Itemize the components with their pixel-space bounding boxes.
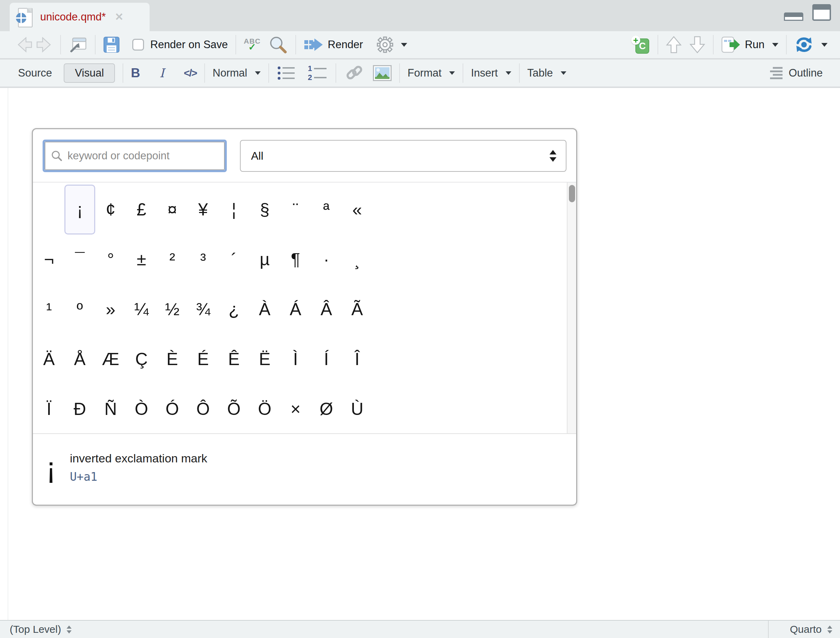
char-cell[interactable]: Ö (249, 384, 280, 434)
char-cell[interactable]: Ê (218, 334, 249, 384)
char-cell[interactable]: ¥ (188, 185, 218, 234)
char-cell[interactable]: ¸ (342, 234, 373, 284)
italic-button[interactable]: I (159, 66, 164, 80)
char-cell[interactable]: ± (126, 234, 157, 284)
char-cell[interactable]: ¯ (65, 234, 95, 284)
bullet-list-button[interactable] (277, 65, 297, 81)
maximize-pane-icon[interactable] (812, 4, 831, 21)
render-on-save-checkbox[interactable]: Render on Save (132, 38, 228, 51)
char-cell[interactable]: × (280, 384, 311, 434)
char-cell[interactable]: £ (126, 185, 157, 234)
char-cell[interactable]: º (65, 284, 95, 334)
char-cell[interactable]: · (311, 234, 342, 284)
char-cell[interactable]: Á (280, 284, 311, 334)
code-button[interactable]: </> (184, 67, 197, 79)
forward-button[interactable] (36, 37, 53, 53)
char-cell[interactable]: Í (311, 334, 342, 384)
source-document-button[interactable] (794, 36, 827, 53)
char-cell[interactable]: Ï (33, 384, 65, 434)
source-mode-button[interactable]: Source (18, 67, 52, 79)
bold-button[interactable]: B (131, 66, 140, 81)
char-cell[interactable]: ¨ (280, 185, 311, 234)
popout-window-button[interactable] (69, 36, 87, 53)
char-cell[interactable]: ¹ (33, 284, 65, 334)
save-icon (103, 36, 120, 53)
char-cell[interactable]: Å (65, 334, 95, 384)
render-options-button[interactable] (377, 36, 407, 53)
char-cell[interactable]: ¬ (33, 234, 65, 284)
find-button[interactable] (268, 35, 288, 54)
char-cell[interactable]: Ñ (95, 384, 126, 434)
tab-unicode-qmd[interactable]: unicode.qmd* ✕ (10, 3, 150, 31)
spellcheck-button[interactable]: ABC ✓ (244, 38, 264, 52)
run-button[interactable]: Run (721, 36, 778, 53)
insert-menu[interactable]: Insert (471, 67, 512, 79)
char-cell[interactable]: È (157, 334, 188, 384)
svg-text:2: 2 (308, 73, 312, 82)
toolbar-divider (336, 63, 336, 83)
char-cell[interactable]: ¡ (65, 185, 95, 234)
char-cell[interactable]: Ø (311, 384, 342, 434)
char-cell[interactable] (33, 185, 65, 234)
link-button[interactable] (344, 64, 364, 82)
back-button[interactable] (16, 37, 33, 53)
symbol-category-select[interactable]: All (240, 140, 567, 172)
char-cell[interactable]: ¤ (157, 185, 188, 234)
minimize-pane-icon[interactable] (784, 13, 803, 21)
table-menu[interactable]: Table (527, 67, 567, 79)
char-cell[interactable]: ¿ (218, 284, 249, 334)
format-menu[interactable]: Format (407, 67, 455, 79)
scope-selector[interactable]: (Top Level) (0, 624, 768, 635)
tab-close-icon[interactable]: ✕ (115, 12, 124, 22)
char-cell[interactable]: ª (311, 185, 342, 234)
scrollbar-thumb[interactable] (569, 185, 575, 202)
run-previous-chunks-button[interactable] (666, 36, 682, 54)
char-cell[interactable]: ² (157, 234, 188, 284)
char-cell[interactable]: Ë (249, 334, 280, 384)
char-cell[interactable]: Ð (65, 384, 95, 434)
char-cell[interactable]: Ô (188, 384, 218, 434)
document-mode-label: Quarto (790, 624, 822, 635)
char-cell[interactable]: Ó (157, 384, 188, 434)
char-cell[interactable]: Ä (33, 334, 65, 384)
symbol-search-input[interactable] (67, 142, 224, 170)
image-icon (373, 65, 392, 81)
char-cell[interactable]: § (249, 185, 280, 234)
numbered-list-button[interactable]: 1 2 (307, 65, 328, 82)
document-mode-selector[interactable]: Quarto (768, 621, 840, 638)
render-button[interactable]: Render (304, 37, 363, 52)
insert-chunk-button[interactable]: C + (631, 36, 650, 54)
char-cell[interactable]: Î (342, 334, 373, 384)
char-cell[interactable]: » (95, 284, 126, 334)
outline-toggle-button[interactable]: Outline (769, 66, 823, 80)
char-cell[interactable]: ´ (218, 234, 249, 284)
visual-mode-button[interactable]: Visual (64, 63, 115, 83)
char-cell[interactable]: Ù (342, 384, 373, 434)
char-cell[interactable]: ° (95, 234, 126, 284)
char-cell[interactable]: ³ (188, 234, 218, 284)
char-cell[interactable]: Ã (342, 284, 373, 334)
char-cell[interactable]: Â (311, 284, 342, 334)
char-cell[interactable]: Ç (126, 334, 157, 384)
toolbar-divider (463, 63, 463, 83)
run-next-chunk-button[interactable] (689, 36, 705, 54)
char-cell[interactable]: ¼ (126, 284, 157, 334)
char-cell[interactable]: ½ (157, 284, 188, 334)
char-cell[interactable]: É (188, 334, 218, 384)
char-cell[interactable]: Ì (280, 334, 311, 384)
char-cell[interactable]: ¶ (280, 234, 311, 284)
char-cell[interactable]: Õ (218, 384, 249, 434)
symbol-grid-scrollbar[interactable] (567, 183, 576, 433)
char-cell[interactable]: µ (249, 234, 280, 284)
paragraph-style-dropdown[interactable]: Normal (213, 67, 261, 79)
char-cell[interactable]: « (342, 185, 373, 234)
char-cell[interactable]: Æ (95, 334, 126, 384)
back-arrow-icon (16, 37, 33, 53)
char-cell[interactable]: À (249, 284, 280, 334)
save-button[interactable] (103, 36, 120, 53)
image-button[interactable] (373, 65, 392, 81)
char-cell[interactable]: ¾ (188, 284, 218, 334)
char-cell[interactable]: ¢ (95, 185, 126, 234)
char-cell[interactable]: Ò (126, 384, 157, 434)
char-cell[interactable]: ¦ (218, 185, 249, 234)
